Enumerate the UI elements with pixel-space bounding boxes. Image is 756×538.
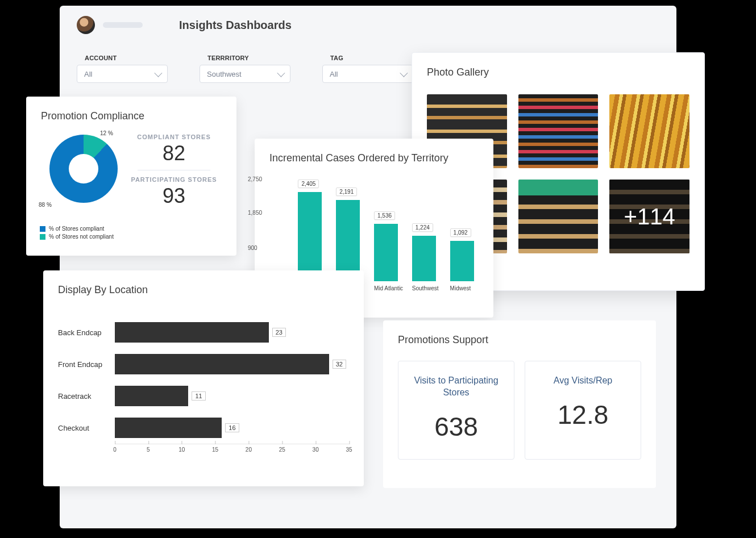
photo-gallery-title: Photo Gallery (427, 66, 689, 78)
x-tick: 30 (313, 447, 319, 453)
gallery-photo[interactable] (518, 180, 599, 253)
chevron-down-icon (154, 69, 162, 77)
filter-tag: TAG All (322, 55, 413, 83)
bar-value-label: 2,405 (298, 180, 319, 188)
hbar-value: 32 (333, 360, 346, 369)
promotion-compliance-card: Promotion Compliance 88 % 12 % % of Stor… (26, 97, 236, 256)
chevron-down-icon (400, 69, 408, 77)
avatar[interactable] (77, 16, 95, 34)
gallery-photo-more[interactable]: +114 (609, 180, 689, 253)
x-category: Midwest (450, 285, 471, 291)
tile-visits-value: 638 (404, 411, 508, 442)
gallery-photo[interactable] (518, 94, 599, 168)
hbar-label: Checkout (58, 424, 115, 432)
tile-avg-visits: Avg Visits/Rep 12.8 (525, 361, 641, 460)
legend-item-compliant: % of Stores compliant (40, 226, 153, 232)
x-category: Mid Atlantic (374, 285, 403, 291)
y-tick: 1,850 (248, 209, 262, 215)
compliant-stores-label: COMPLIANT STORES (126, 134, 222, 140)
x-tick: 35 (346, 447, 352, 453)
legend-notcompliant-label: % of Stores not compliant (49, 233, 114, 240)
header: Insights Dashboards (77, 16, 292, 34)
page-title: Insights Dashboards (179, 19, 292, 32)
participating-stores-value: 93 (126, 184, 222, 208)
hbar-row: Back Endcap23 (58, 316, 349, 348)
tag-select-value: All (330, 70, 338, 78)
filters-bar: ACCOUNT All TERRRITORY Southwest TAG All (77, 55, 413, 83)
tile-visits-label: Visits to Participating Stores (404, 375, 508, 399)
filter-tag-label: TAG (330, 55, 413, 61)
compliance-donut-wrap: 88 % 12 % % of Stores compliant % of Sto… (41, 128, 126, 213)
legend-compliant-label: % of Stores compliant (49, 226, 104, 232)
x-tick: 25 (279, 447, 285, 453)
hbar (115, 418, 222, 438)
hbar-value: 23 (272, 328, 286, 337)
swatch-icon (40, 234, 45, 240)
bar-value-label: 1,092 (450, 228, 471, 237)
bar: 2,191Westcoast (335, 200, 362, 281)
donut-label-12: 12 % (100, 130, 113, 136)
user-name-placeholder (103, 22, 143, 28)
hbar (115, 354, 329, 374)
territory-select[interactable]: Southwest (200, 65, 290, 83)
filter-account-label: ACCOUNT (85, 55, 168, 61)
bar: 1,536Mid Atlantic (373, 224, 400, 281)
display-by-location-chart: Back Endcap23Front Endcap32Racetrack11Ch… (58, 316, 349, 476)
hbar-row: Front Endcap32 (58, 348, 349, 380)
gallery-photo[interactable] (609, 94, 689, 168)
y-tick: 900 (248, 245, 257, 251)
hbar (115, 322, 269, 343)
bar: 1,224Southwest (410, 236, 437, 281)
bar-value-label: 1,224 (412, 223, 433, 232)
hbar-row: Checkout16 (58, 412, 349, 444)
hbar-label: Front Endcap (58, 360, 115, 369)
tag-select[interactable]: All (322, 65, 413, 83)
promotions-support-title: Promotions Support (398, 334, 641, 346)
filter-territory: TERRRITORY Southwest (200, 55, 290, 83)
display-by-location-card: Display By Location Back Endcap23Front E… (43, 270, 364, 486)
hbar-label: Back Endcap (58, 328, 115, 337)
bar: 1,092Midwest (448, 241, 475, 281)
account-select[interactable]: All (77, 65, 168, 83)
gallery-more-count: +114 (624, 204, 675, 230)
compliance-donut-chart (49, 135, 118, 203)
hbar-row: Racetrack11 (58, 380, 349, 412)
compliant-stores-value: 82 (126, 141, 222, 165)
hbar-label: Racetrack (58, 392, 115, 401)
donut-label-88: 88 % (39, 202, 52, 208)
y-tick: 2,750 (248, 176, 262, 182)
compliance-legend: % of Stores compliant % of Stores not co… (40, 226, 153, 241)
filter-territory-label: TERRRITORY (207, 55, 290, 61)
incremental-cases-title: Incremental Cases Ordered by Territory (269, 152, 479, 164)
x-category: Southwest (412, 285, 439, 291)
promotion-compliance-title: Promotion Compliance (41, 110, 222, 122)
promotions-support-card: Promotions Support Visits to Participati… (383, 320, 656, 488)
display-by-location-title: Display By Location (58, 284, 349, 296)
legend-item-notcompliant: % of Stores not compliant (40, 233, 153, 240)
hbar-value: 16 (225, 423, 239, 432)
hbar-value: 11 (192, 391, 205, 401)
bar-value-label: 2,191 (336, 187, 357, 196)
x-tick: 10 (178, 447, 185, 453)
x-tick: 15 (212, 447, 218, 453)
x-tick: 5 (147, 447, 150, 453)
account-select-value: All (84, 70, 92, 78)
compliance-stats: COMPLIANT STORES 82 PARTICIPATING STORES… (126, 128, 222, 213)
x-tick: 20 (246, 447, 252, 453)
filter-account: ACCOUNT All (77, 55, 168, 83)
hbar (115, 386, 188, 406)
bar-value-label: 1,536 (374, 211, 395, 220)
tile-avg-visits-value: 12.8 (531, 399, 635, 430)
bar: 2,405Northeast (297, 192, 323, 281)
territory-select-value: Southwest (207, 70, 242, 78)
tile-avg-visits-label: Avg Visits/Rep (531, 375, 635, 387)
participating-stores-label: PARTICIPATING STORES (126, 176, 222, 183)
swatch-icon (40, 226, 45, 232)
chevron-down-icon (277, 69, 285, 77)
tile-visits: Visits to Participating Stores 638 (398, 361, 514, 460)
x-tick: 0 (113, 447, 117, 453)
